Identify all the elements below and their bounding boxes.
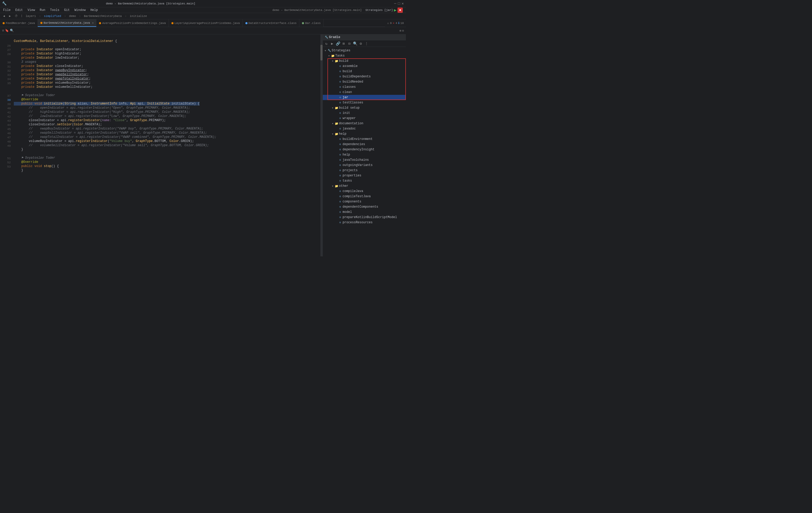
gradle-tree-tasks[interactable]: ▼ 📁 Tasks [323,53,406,58]
gradle-tree-buildneeded[interactable]: ▶ ⚙ buildNeeded [323,79,406,84]
gradle-tree-init[interactable]: ▶ ⚙ init [323,111,406,116]
nav-back[interactable]: ◀ [2,14,6,18]
gradle-model-icon: ⚙ [339,210,342,214]
gradle-tree-projects[interactable]: ▶ ⚙ projects [323,168,406,173]
nav-forward[interactable]: ▶ [8,14,12,18]
editor-main[interactable]: 26 27 28 30 31 32 33 34 35 37 38 39 40 [0,34,322,256]
gradle-tree-javadoc[interactable]: ▶ ⚙ javadoc [323,126,406,131]
tab-bardemo[interactable]: BarDemoWithHistoryData.java ✕ [38,19,96,27]
gradle-tree-clean[interactable]: ▶ ⚙ clean [323,90,406,95]
gradle-tree-dependentcomponents[interactable]: ▶ ⚙ dependentComponents [323,204,406,209]
gradle-tree-build-folder[interactable]: ▼ 📁 build [323,58,406,63]
gradle-tree-processresources[interactable]: ▶ ⚙ processResources [323,220,406,225]
editor-scrollbar[interactable] [320,34,322,256]
tab-close-bardemo[interactable]: ✕ [92,21,93,25]
gradle-tree-compiletestjava[interactable]: ▶ ⚙ compileTestJava [323,194,406,199]
maximize-btn[interactable]: □ [398,2,400,6]
gradle-tree-dependencies[interactable]: ▶ ⚙ dependencies [323,142,406,147]
minimize-btn[interactable]: ─ [394,2,396,6]
tab-datastructure[interactable]: DataStructureInterface.class [243,19,299,27]
gradle-be-label: buildEnvironment [343,137,373,141]
run-button[interactable]: ▶ [394,7,397,13]
gradle-root-icon: 🔧 [327,49,331,52]
warnings-count: 9 [390,22,392,25]
gradle-classes-label: classes [343,85,356,89]
gradle-tree-help-folder[interactable]: ▼ 📁 help [323,131,406,137]
gradle-collapse-btn[interactable]: ⊟ [347,41,352,46]
menu-edit[interactable]: Edit [13,8,25,12]
gradle-di-icon: ⚙ [339,148,342,151]
gradle-bn-label: buildNeeded [343,80,363,84]
close-btn[interactable]: ✕ [402,1,404,6]
debug-button[interactable]: ■ [398,7,403,13]
breadcrumb-file[interactable]: BarDemoWithHistoryData [83,14,123,18]
bookmark-btn[interactable]: 🔖 [5,29,9,33]
window-title-center: demo - BarDemoWithHistoryData.java [Stra… [272,8,361,12]
tab-avgprice-settings[interactable]: AveragePositionPriceDemoSettings.java [96,19,169,27]
gradle-tree-preparekotlin[interactable]: ▶ ⚙ prepareKotlinBuildScriptModel [323,215,406,220]
menu-git[interactable]: Git [62,8,72,12]
gradle-pr-icon: ⚙ [339,221,342,224]
gradle-tree-buildsetup-folder[interactable]: ▼ 📁 build setup [323,105,406,111]
gradle-settings-btn[interactable]: ⚙ [358,41,364,46]
menu-run[interactable]: Run [37,8,48,12]
gradle-bs-arrow: ▼ [331,106,334,109]
gradle-tree-other-folder[interactable]: ▼ 📁 other [323,183,406,189]
gradle-tree-builddependents[interactable]: ▶ ⚙ buildDependents [323,74,406,79]
tab-bar[interactable]: Bar.class [299,19,323,27]
code-editor[interactable]: CustomModule, BarDataListener, Historica… [12,34,320,256]
app-icon: 🔧 [2,1,6,6]
gradle-tree-compilejava[interactable]: ▶ ⚙ compileJava [323,189,406,194]
gradle-tree-dependencyinsight[interactable]: ▶ ⚙ dependencyInsight [323,147,406,152]
gradle-tree-buildenvironment[interactable]: ▶ ⚙ buildEnvironment [323,137,406,142]
tab-layer1api[interactable]: Layer1ApiAveragePositionPriceDemo.java [169,19,243,27]
gradle-javadoc-label: javadoc [343,127,356,131]
menu-file[interactable]: File [1,8,13,12]
tab-label-datastructure: DataStructureInterface.class [249,22,297,25]
gradle-ctj-icon: ⚙ [339,195,342,198]
gradle-tree-help-task[interactable]: ▶ ⚙ help [323,152,406,158]
gradle-run-btn[interactable]: ▶ [329,41,335,46]
gradle-tree[interactable]: ▼ 🔧 Strategies ▼ 📁 Tasks ▼ 📁 [323,47,406,256]
menu-help[interactable]: Help [88,8,100,12]
breadcrumb-method[interactable]: initialize [129,14,148,18]
gradle-tree-wrapper[interactable]: ▶ ⚙ wrapper [323,116,406,121]
tab-feedrecorder[interactable]: FeedRecorder.java [0,19,38,27]
gradle-expand-btn[interactable]: ⊞ [341,41,346,46]
menu-view[interactable]: View [26,8,37,12]
gradle-panel: 🔧 Gradle ↻ ▶ 🔗 ⊞ ⊟ 🔍 ⚙ ⋮ ▼ 🔧 Strategies [322,34,406,256]
collapse-btn[interactable]: ⊟ [402,29,404,32]
gradle-bs-folder-label: build setup [339,106,359,110]
gradle-be-arrow: ▶ [335,138,338,141]
expand-btn[interactable]: ⊞ [400,29,401,32]
menu-tools[interactable]: Tools [48,8,61,12]
gradle-tree-jar[interactable]: ▶ ⚙ jar [323,95,406,100]
gradle-tree-properties[interactable]: ▶ ⚙ properties [323,173,406,178]
breadcrumb-layer1[interactable]: layer1 [25,14,37,18]
gradle-tree-model[interactable]: ▶ ⚙ model [323,209,406,215]
breadcrumb-demo[interactable]: demo [68,14,77,18]
gradle-tree-root[interactable]: ▼ 🔧 Strategies [323,48,406,53]
gradle-wrapper-label: wrapper [343,116,356,120]
gradle-tree-build-task[interactable]: ▶ ⚙ build [323,69,406,74]
gradle-tree-documentation-folder[interactable]: ▼ 📁 documentation [323,121,406,126]
search-btn[interactable]: 🔍 [10,29,14,33]
gradle-tree-javatoolchains[interactable]: ▶ ⚙ javaToolchains [323,158,406,163]
menu-window[interactable]: Window [72,8,88,12]
gradle-refresh-btn[interactable]: ↻ [324,41,329,46]
tab-label-bardemo: BarDemoWithHistoryData.java [44,21,90,25]
gradle-tree-classes[interactable]: ▶ ⚙ classes [323,84,406,90]
gradle-more-btn[interactable]: ⋮ [364,41,369,46]
gradle-tree-components[interactable]: ▶ ⚙ components [323,199,406,204]
gradle-tree-assemble[interactable]: ▶ ⚙ assemble [323,63,406,69]
gradle-tree-outgoingvariants[interactable]: ▶ ⚙ outgoingVariants [323,163,406,168]
gradle-link-btn[interactable]: 🔗 [335,41,341,46]
gradle-init-label: init [343,111,350,115]
gradle-search-btn[interactable]: 🔍 [352,41,358,46]
gradle-tree-tasks-task[interactable]: ▶ ⚙ tasks [323,178,406,183]
line-numbers: 26 27 28 30 31 32 33 34 35 37 38 39 40 [0,34,12,256]
breadcrumb-simplified[interactable]: simplified [43,14,62,18]
nav-recent[interactable]: ⏱ [14,14,19,18]
structure-btn[interactable]: ≡ [2,29,4,33]
gradle-tree-testclasses[interactable]: ▶ ⚙ testClasses [323,100,406,105]
